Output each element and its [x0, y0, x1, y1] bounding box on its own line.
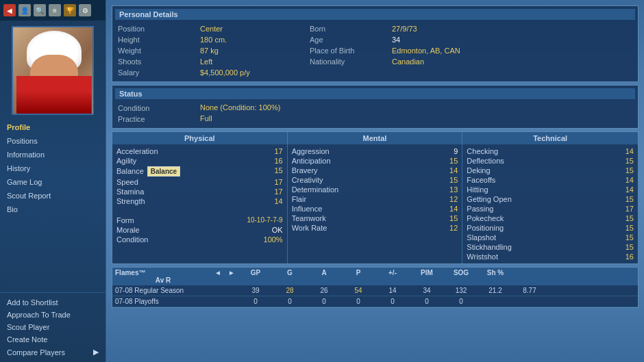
position-value: Center [200, 24, 310, 34]
regular-shpct: 21.2 [478, 287, 512, 294]
nationality-value: Canadian [392, 57, 501, 66]
regular-season-label: 07-08 Regular Season [115, 287, 211, 294]
scout-player-button[interactable]: Scout Player [0, 321, 106, 333]
pim-header: PIM [410, 269, 444, 276]
sidebar-item-profile[interactable]: Profile [0, 120, 106, 134]
attr-influence: Influence 14 [292, 204, 458, 214]
weight-value: 87 kg [200, 46, 310, 55]
attr-wristshot: Wristshot 16 [467, 252, 634, 261]
age-label: Age [310, 35, 392, 44]
condition-value: None (Condition: 100%) [200, 103, 632, 113]
playoffs-p: 0 [341, 298, 375, 305]
weight-label: Weight [118, 46, 200, 55]
shpct-header: Sh % [478, 269, 512, 276]
playoffs-label: 07-08 Playoffs [115, 298, 211, 305]
attr-teamwork: Teamwork 15 [292, 214, 458, 223]
regular-plusminus: 14 [375, 287, 410, 294]
playoffs-pim: 0 [410, 298, 444, 305]
attr-workrate: Work Rate 12 [292, 223, 458, 233]
attr-stickhandling: Stickhandling 15 [467, 242, 634, 252]
team-label: Flames™ [115, 269, 211, 276]
practice-value: Full [200, 114, 632, 124]
status-header: Status [115, 88, 635, 99]
regular-a: 26 [307, 287, 341, 294]
attr-passing: Passing 17 [467, 204, 634, 214]
attr-stamina: Stamina 17 [116, 187, 283, 196]
attr-condition: Condition 100% [116, 235, 283, 244]
shoots-label: Shoots [118, 57, 200, 66]
search-icon[interactable]: 🔍 [34, 4, 46, 16]
attr-balance: Balance Balance 15 [116, 166, 283, 177]
playoffs-plusminus: 0 [375, 298, 410, 305]
approach-to-trade-button[interactable]: Approach To Trade [0, 309, 106, 321]
sidebar-item-scoutreport[interactable]: Scout Report [0, 189, 106, 203]
chevron-right-icon: ▶ [93, 348, 99, 357]
status-section: Status Condition None (Condition: 100%) … [112, 85, 639, 129]
personal-details-section: Personal Details Position Center Born 27… [112, 5, 639, 82]
profile-icon[interactable]: 👤 [18, 4, 31, 16]
shoots-value: Left [200, 57, 310, 66]
attr-deflections: Deflections 15 [467, 156, 634, 166]
add-to-shortlist-button[interactable]: Add to Shortlist [0, 296, 106, 309]
player-photo [12, 26, 94, 115]
attr-speed: Speed 17 [116, 177, 283, 187]
place-of-birth-label: Place of Birth [310, 46, 392, 55]
plusminus-header: +/- [375, 269, 410, 276]
physical-header: Physical [112, 132, 288, 144]
stats-row-playoffs: 07-08 Playoffs 0 0 0 0 0 0 0 [112, 296, 638, 307]
attributes-body: Acceleration 17 Agility 16 Balance Balan… [112, 144, 638, 263]
height-label: Height [118, 35, 200, 44]
sidebar-item-gamelog[interactable]: Game Log [0, 175, 106, 189]
attr-creativity: Creativity 15 [292, 175, 458, 185]
gp-header: GP [238, 269, 273, 276]
attributes-section: Physical Mental Technical Acceleration 1… [112, 131, 639, 264]
attr-hitting: Hitting 14 [467, 185, 634, 194]
sidebar-item-history[interactable]: History [0, 161, 106, 175]
create-note-button[interactable]: Create Note [0, 333, 106, 346]
next-icon[interactable]: ► [225, 269, 238, 276]
attr-slapshot: Slapshot 15 [467, 233, 634, 242]
sidebar-item-information[interactable]: Information [0, 148, 106, 161]
filter-icon[interactable]: ≡ [49, 4, 61, 16]
sidebar-toolbar: ◀ 👤 🔍 ≡ 🏆 ⚙ [0, 0, 106, 21]
personal-details-grid: Position Center Born 27/9/73 Height 180 … [115, 23, 635, 79]
attr-checking: Checking 14 [467, 146, 634, 156]
salary-label: Salary [118, 68, 200, 77]
attr-acceleration: Acceleration 17 [116, 146, 283, 156]
attr-aggression: Aggression 9 [292, 146, 458, 156]
a-header: A [307, 269, 341, 276]
attr-morale: Morale OK [116, 225, 283, 235]
back-icon[interactable]: ◀ [3, 4, 16, 16]
nav-menu: Profile Positions Information History Ga… [0, 120, 106, 216]
sidebar: ◀ 👤 🔍 ≡ 🏆 ⚙ Profile Positions Informatio… [0, 0, 106, 362]
attr-spacer [116, 206, 283, 216]
attr-pokecheck: Pokecheck 15 [467, 214, 634, 223]
attributes-header: Physical Mental Technical [112, 132, 638, 144]
attr-bravery: Bravery 14 [292, 166, 458, 175]
prev-icon[interactable]: ◄ [211, 269, 225, 276]
height-value: 180 cm. [200, 35, 310, 44]
regular-gp: 39 [238, 287, 273, 294]
mental-col: Aggression 9 Anticipation 15 Bravery 14 … [288, 144, 463, 263]
regular-avr: 8.77 [512, 287, 547, 294]
sidebar-actions: Add to Shortlist Approach To Trade Scout… [0, 292, 106, 362]
regular-pim: 34 [410, 287, 444, 294]
compare-players-button[interactable]: Compare Players ▶ [0, 346, 106, 359]
playoffs-g: 0 [273, 298, 307, 305]
regular-g: 28 [273, 287, 307, 294]
nationality-label: Nationality [310, 57, 392, 66]
attr-form: Form 10-10-7-7-9 [116, 216, 283, 225]
physical-col: Acceleration 17 Agility 16 Balance Balan… [112, 144, 288, 263]
status-grid: Condition None (Condition: 100%) Practic… [115, 102, 635, 125]
technical-header: Technical [462, 132, 638, 144]
attr-flair: Flair 12 [292, 194, 458, 204]
sidebar-item-bio[interactable]: Bio [0, 203, 106, 216]
condition-label: Condition [118, 103, 200, 113]
sidebar-item-positions[interactable]: Positions [0, 134, 106, 148]
attr-faceoffs: Faceoffs 14 [467, 175, 634, 185]
trophy-icon[interactable]: 🏆 [64, 4, 76, 16]
settings-icon[interactable]: ⚙ [79, 4, 91, 16]
born-value: 27/9/73 [392, 24, 501, 34]
attr-deking: Deking 15 [467, 166, 634, 175]
place-of-birth-value: Edmonton, AB, CAN [392, 46, 501, 55]
